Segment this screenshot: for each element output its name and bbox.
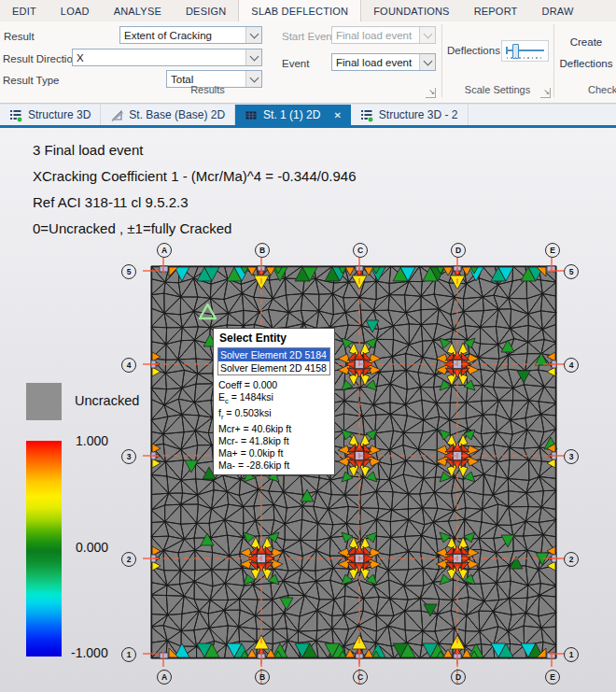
grid-label-right-2: 2: [564, 552, 579, 567]
results-group-label: Results: [0, 84, 415, 95]
menu-tab-draw[interactable]: DRAW: [530, 0, 586, 21]
grid-label-top-B: B: [255, 243, 270, 258]
mesh-icon: [245, 108, 259, 122]
legend-max-label: 1.000: [76, 433, 108, 448]
grid-label-bottom-A: A: [157, 670, 172, 685]
start-event-select: Final load event: [331, 26, 436, 44]
grid-label-left-5: 5: [121, 264, 136, 279]
grid-label-right-4: 4: [564, 358, 579, 373]
uncracked-label: Uncracked: [75, 393, 139, 408]
result-select[interactable]: Extent of Cracking: [119, 26, 262, 44]
deflections-label: Deflections: [447, 45, 500, 56]
annotation-line: Ref ACI 318-11 cl 9.5.2.3: [33, 190, 357, 216]
scale-settings-dialog-launcher-icon[interactable]: ↘: [540, 88, 551, 98]
grid-label-bottom-B: B: [255, 670, 270, 685]
grid-label-top-E: E: [545, 243, 560, 258]
event-select[interactable]: Final load event: [331, 53, 436, 71]
grid-label-left-3: 3: [121, 449, 136, 464]
grid-label-left-4: 4: [121, 358, 136, 373]
list-3d-icon: [9, 108, 23, 122]
entity-property: fr = 0.503ksi: [218, 407, 334, 423]
grid-label-left-1: 1: [121, 647, 136, 662]
group-separator: [553, 24, 554, 97]
menu-tab-load[interactable]: LOAD: [49, 0, 102, 21]
menu-tab-edit[interactable]: EDIT: [0, 0, 49, 21]
grid-label-right-1: 1: [564, 647, 579, 662]
menu-tab-analyse[interactable]: ANALYSE: [102, 0, 174, 21]
entity-property: Mcr+ = 40.6kip ft: [218, 423, 334, 435]
view-tab-label: Structure 3D: [28, 108, 91, 121]
event-label: Event: [282, 58, 309, 69]
start-event-label: Start Event: [282, 31, 335, 42]
menu-tab-bar: EDITLOADANALYSEDESIGNSLAB DEFLECTIONFOUN…: [0, 0, 616, 21]
chevron-down-icon: [419, 27, 435, 43]
uncracked-swatch: [26, 383, 62, 420]
entity-list-item[interactable]: Solver Element 2D 5184: [218, 348, 329, 361]
result-canvas[interactable]: 3 Final load eventXCracking Coefficient …: [0, 128, 616, 692]
chevron-down-icon: [245, 49, 261, 65]
scale-settings-group-label: Scale Settings: [441, 84, 553, 95]
result-direction-label: Result Direction: [3, 53, 78, 64]
view-tab-label: St. 1 (1) 2D: [263, 108, 320, 121]
entity-list-item[interactable]: Solver Element 2D 4158: [218, 361, 329, 374]
menu-tab-design[interactable]: DESIGN: [174, 0, 238, 21]
setsquare-icon: [110, 108, 124, 122]
view-tab-st-1-1-2d[interactable]: St. 1 (1) 2D✕: [235, 105, 351, 125]
legend-min-label: -1.000: [71, 645, 108, 660]
grid-label-bottom-E: E: [545, 670, 560, 685]
view-tab-structure-3d[interactable]: Structure 3D: [0, 105, 101, 125]
deflections-scale-slider[interactable]: [501, 40, 549, 62]
entity-property: Ec = 1484ksi: [218, 391, 334, 407]
grid-label-top-A: A: [157, 243, 172, 258]
legend-gradient-bar: [26, 441, 62, 657]
grid-label-bottom-D: D: [451, 670, 466, 685]
tooltip-title: Select Entity: [214, 329, 334, 346]
menu-tab-foundations[interactable]: FOUNDATIONS: [361, 0, 461, 21]
check-group-label: Check R: [588, 84, 616, 95]
list-3d-icon: [360, 108, 374, 122]
view-tab-label: St. Base (Base) 2D: [129, 108, 225, 121]
annotation-line: 3 Final load event: [33, 137, 357, 163]
results-dialog-launcher-icon[interactable]: ↘: [426, 88, 436, 98]
grid-label-top-C: C: [353, 243, 368, 258]
entity-property: Coeff = 0.000: [218, 379, 334, 391]
result-label: Result: [4, 31, 35, 42]
legend-mid-label: 0.000: [76, 540, 108, 555]
grid-label-right-3: 3: [564, 449, 579, 464]
view-tab-st-base-base-2d[interactable]: St. Base (Base) 2D: [101, 105, 235, 125]
annotation-line: 0=Uncracked , ±1=fully Cracked: [33, 216, 357, 242]
entity-property: Mcr- = 41.8kip ft: [218, 435, 334, 447]
ribbon: EDITLOADANALYSEDESIGNSLAB DEFLECTIONFOUN…: [0, 0, 616, 104]
annotation-block: 3 Final load eventXCracking Coefficient …: [33, 137, 357, 242]
view-tab-structure-3d-2[interactable]: Structure 3D - 2: [351, 105, 469, 125]
grid-label-right-5: 5: [564, 264, 579, 279]
entity-property: Ma- = -28.6kip ft: [218, 459, 334, 472]
view-tab-bar: Structure 3DSt. Base (Base) 2DSt. 1 (1) …: [0, 104, 616, 125]
chevron-down-icon: [245, 27, 261, 43]
annotation-line: XCracking Coefficient 1 - (Mcr/Ma)^4 = -…: [33, 163, 357, 190]
chevron-down-icon: [419, 54, 435, 70]
view-tab-label: Structure 3D - 2: [379, 108, 458, 121]
ribbon-content: Result Extent of Cracking Result Directi…: [0, 21, 616, 103]
menu-tab-report[interactable]: REPORT: [462, 0, 530, 21]
grid-label-left-2: 2: [121, 552, 136, 567]
select-entity-tooltip: Select Entity Solver Element 2D 5184Solv…: [213, 328, 335, 475]
close-icon[interactable]: ✕: [333, 110, 341, 120]
grid-label-top-D: D: [451, 243, 466, 258]
create-deflections-button[interactable]: Create Deflections: [557, 25, 615, 79]
entity-properties: Coeff = 0.000Ec = 1484ksifr = 0.503ksiMc…: [214, 377, 334, 474]
result-direction-select[interactable]: X: [72, 49, 262, 66]
menu-tab-slab-deflection[interactable]: SLAB DEFLECTION: [238, 0, 361, 21]
entity-list: Solver Element 2D 5184Solver Element 2D …: [217, 347, 330, 375]
entity-property: Ma+ = 0.0kip ft: [218, 447, 334, 459]
grid-label-bottom-C: C: [353, 670, 368, 685]
